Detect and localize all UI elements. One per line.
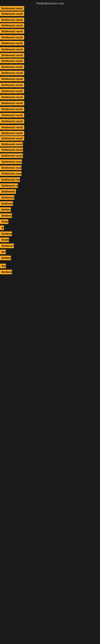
bottleneck-result-badge[interactable]: Bottleneck result [0, 58, 24, 63]
bottleneck-result-badge[interactable]: Bottleneck result [0, 238, 9, 242]
bottleneck-result-badge[interactable]: Bottleneck result [0, 148, 23, 152]
bottleneck-result-badge[interactable]: Bottleneck result [0, 125, 24, 130]
bottleneck-badge-container-26: Bottleneck result [0, 153, 23, 159]
bottleneck-badge-container-24: Bottleneck result [0, 142, 23, 147]
bottleneck-badge-container-19: Bottleneck result [0, 113, 24, 118]
bottleneck-result-badge[interactable]: Bottleneck result [0, 160, 22, 164]
bottleneck-result-badge[interactable]: Bottleneck result [0, 183, 18, 188]
bottleneck-result-badge[interactable]: Bottleneck result [0, 244, 14, 248]
bottleneck-result-badge[interactable]: Bottleneck result [0, 41, 24, 46]
bottleneck-result-badge[interactable]: Bottleneck result [0, 256, 11, 260]
bottleneck-badge-container-33: Bottleneck result [0, 195, 14, 201]
bottleneck-badge-container-7: Bottleneck result [0, 41, 24, 46]
bottleneck-result-badge[interactable]: Bottleneck result [0, 270, 12, 274]
bottleneck-badge-container-40: Bottleneck result [0, 238, 9, 243]
bottleneck-badge-container-20: Bottleneck result [0, 119, 24, 124]
bottleneck-result-badge[interactable]: Bottleneck result [0, 153, 23, 158]
bottleneck-badge-container-37: Bottleneck result [0, 219, 8, 225]
bottleneck-badge-container-44: Bottleneck result [0, 264, 6, 269]
bottleneck-result-badge[interactable]: Bottleneck result [0, 201, 13, 206]
bottleneck-badge-container-8: Bottleneck result [0, 47, 24, 52]
bottleneck-badge-container-4: Bottleneck result [0, 23, 24, 28]
bottleneck-result-badge[interactable]: Bottleneck result [0, 226, 4, 230]
bottleneck-result-badge[interactable]: Bottleneck result [0, 166, 22, 170]
bottleneck-badge-container-11: Bottleneck result [0, 64, 24, 70]
bottleneck-result-badge[interactable]: Bottleneck result [0, 219, 8, 224]
bottleneck-badge-container-9: Bottleneck result [0, 53, 24, 58]
bottleneck-result-badge[interactable]: Bottleneck result [0, 119, 24, 124]
bottleneck-result-badge[interactable]: Bottleneck result [0, 95, 24, 100]
bottleneck-badge-container-21: Bottleneck result [0, 125, 24, 130]
bottleneck-badge-container-38: Bottleneck result [0, 226, 4, 231]
bottleneck-badge-container-6: Bottleneck result [0, 35, 24, 40]
bottleneck-badge-container-12: Bottleneck result [0, 71, 24, 76]
bottleneck-result-badge[interactable]: Bottleneck result [0, 23, 24, 28]
bottleneck-result-badge[interactable]: Bottleneck result [0, 35, 24, 40]
bottleneck-badge-container-10: Bottleneck result [0, 58, 24, 64]
bottleneck-badge-container-14: Bottleneck result [0, 83, 24, 88]
bottleneck-result-badge[interactable]: Bottleneck result [0, 264, 6, 268]
bottleneck-badge-container-25: Bottleneck result [0, 148, 23, 153]
bottleneck-badge-container-30: Bottleneck result [0, 177, 20, 183]
bottleneck-badge-container-5: Bottleneck result [0, 29, 24, 34]
bottleneck-badge-container-17: Bottleneck result [0, 101, 24, 106]
bottleneck-result-badge[interactable]: Bottleneck result [0, 107, 24, 112]
bottleneck-result-badge[interactable]: Bottleneck result [0, 250, 6, 254]
bottleneck-result-badge[interactable]: Bottleneck result [0, 12, 24, 16]
bottleneck-badge-container-13: Bottleneck result [0, 77, 24, 82]
bottleneck-result-badge[interactable]: Bottleneck result [0, 113, 24, 118]
bottleneck-badge-container-41: Bottleneck result [0, 244, 14, 249]
bottleneck-badge-container-34: Bottleneck result [0, 201, 13, 207]
bottleneck-result-badge[interactable]: Bottleneck result [0, 6, 24, 11]
bottleneck-result-badge[interactable]: Bottleneck result [0, 131, 24, 136]
bottleneck-badge-container-1: Bottleneck result [0, 6, 24, 12]
bottleneck-badge-container-28: Bottleneck result [0, 166, 22, 171]
bottleneck-badge-container-23: Bottleneck result [0, 136, 24, 142]
bottleneck-badge-container-3: Bottleneck result [0, 18, 24, 23]
bottleneck-result-badge[interactable]: Bottleneck result [0, 213, 12, 218]
bottleneck-result-badge[interactable]: Bottleneck result [0, 18, 24, 22]
bottleneck-result-badge[interactable]: Bottleneck result [0, 89, 24, 94]
bottleneck-badge-container-22: Bottleneck result [0, 131, 24, 136]
bottleneck-result-badge[interactable]: Bottleneck result [0, 47, 24, 52]
bottleneck-badge-container-35: Bottleneck result [0, 207, 11, 213]
bottleneck-badge-container-43: Bottleneck result [0, 256, 11, 261]
bottleneck-badge-container-18: Bottleneck result [0, 107, 24, 112]
bottleneck-badge-container-36: Bottleneck result [0, 213, 12, 219]
bottleneck-badge-container-16: Bottleneck result [0, 95, 24, 100]
bottleneck-result-badge[interactable]: Bottleneck result [0, 53, 24, 58]
bottleneck-result-badge[interactable]: Bottleneck result [0, 195, 14, 200]
bottleneck-result-badge[interactable]: Bottleneck result [0, 136, 24, 141]
bottleneck-result-badge[interactable]: Bottleneck result [0, 83, 24, 87]
bottleneck-result-badge[interactable]: Bottleneck result [0, 64, 24, 69]
bottleneck-result-badge[interactable]: Bottleneck result [0, 189, 16, 194]
bottleneck-badge-container-39: Bottleneck result [0, 232, 12, 237]
bottleneck-badge-container-29: Bottleneck result [0, 171, 22, 177]
bottleneck-badge-container-32: Bottleneck result [0, 189, 16, 194]
bottleneck-result-badge[interactable]: Bottleneck result [0, 77, 24, 81]
bottleneck-badge-container-45: Bottleneck result [0, 270, 12, 275]
bottleneck-badge-container-31: Bottleneck result [0, 183, 18, 189]
bottleneck-badge-container-42: Bottleneck result [0, 250, 6, 255]
bottleneck-result-badge[interactable]: Bottleneck result [0, 177, 20, 182]
bottleneck-result-badge[interactable]: Bottleneck result [0, 207, 11, 212]
bottleneck-badge-container-15: Bottleneck result [0, 89, 24, 94]
bottleneck-badge-container-2: Bottleneck result [0, 12, 24, 17]
bottleneck-result-badge[interactable]: Bottleneck result [0, 171, 22, 176]
bottleneck-result-badge[interactable]: Bottleneck result [0, 101, 24, 106]
bottleneck-result-badge[interactable]: Bottleneck result [0, 142, 23, 146]
bottleneck-result-badge[interactable]: Bottleneck result [0, 71, 24, 75]
bottleneck-badge-container-27: Bottleneck result [0, 160, 22, 165]
bottleneck-result-badge[interactable]: Bottleneck result [0, 232, 12, 236]
bottleneck-result-badge[interactable]: Bottleneck result [0, 29, 24, 34]
